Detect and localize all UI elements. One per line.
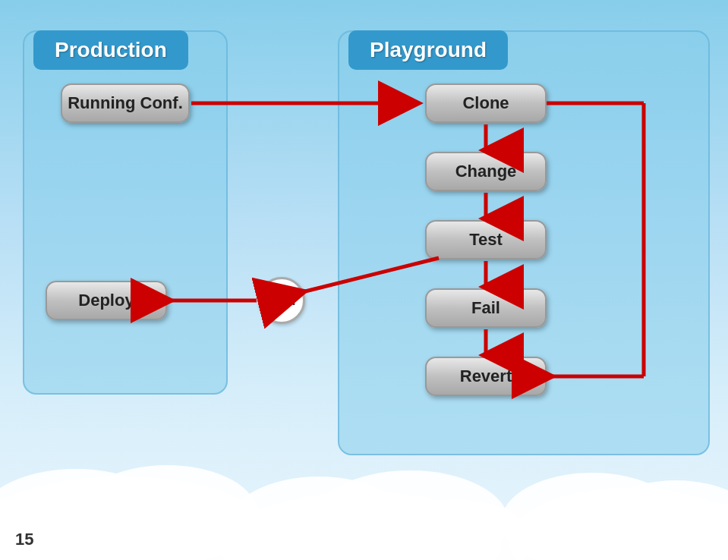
fail-node[interactable]: Fail <box>425 288 547 328</box>
revert-node[interactable]: Revert <box>425 357 547 396</box>
svg-point-24 <box>501 473 683 560</box>
svg-point-18 <box>228 492 501 560</box>
svg-point-21 <box>380 499 531 560</box>
svg-point-25 <box>592 480 728 560</box>
svg-point-22 <box>220 507 342 560</box>
ok-node[interactable]: O.K. <box>258 277 305 324</box>
svg-point-16 <box>76 465 258 560</box>
test-node[interactable]: Test <box>425 220 547 260</box>
deploy-node[interactable]: Deploy <box>46 281 167 320</box>
svg-point-14 <box>0 477 273 560</box>
playground-label: Playground <box>348 30 508 70</box>
svg-point-20 <box>311 470 509 560</box>
clone-node[interactable]: Clone <box>425 83 547 123</box>
production-label: Production <box>33 30 188 70</box>
running-conf-node[interactable]: Running Conf. <box>61 83 190 123</box>
svg-point-19 <box>228 477 410 560</box>
change-node[interactable]: Change <box>425 152 547 191</box>
svg-point-26 <box>667 503 728 560</box>
svg-point-23 <box>509 488 728 560</box>
page-number: 15 <box>15 530 33 549</box>
